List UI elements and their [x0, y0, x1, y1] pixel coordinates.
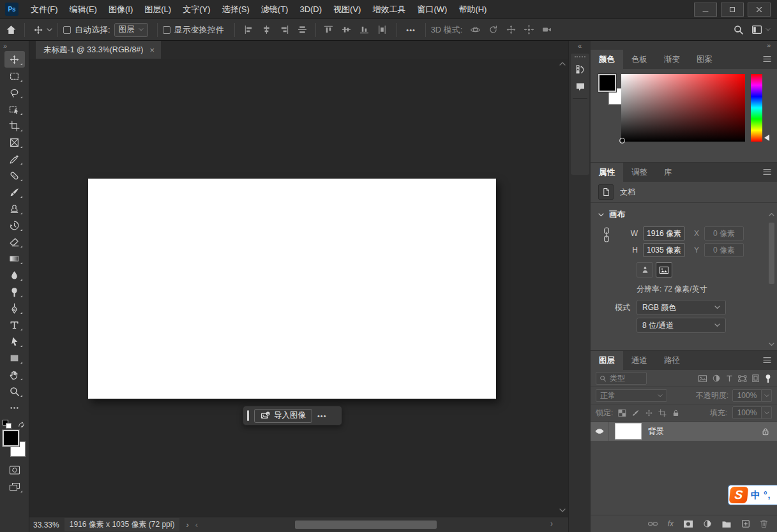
zoom-level-value[interactable]: 33.33% [33, 521, 59, 529]
layer-filter-dropdown[interactable]: 类型 [596, 372, 647, 385]
path-selection-tool[interactable] [4, 333, 25, 350]
filter-pixel-layers-icon[interactable] [698, 374, 707, 383]
x-input[interactable]: 0 像素 [704, 226, 744, 240]
group-icon[interactable] [721, 520, 732, 528]
filter-type-layers-icon[interactable] [725, 374, 734, 383]
filter-smart-objects-icon[interactable] [751, 374, 760, 383]
show-transform-checkbox[interactable] [163, 26, 170, 34]
menu-image[interactable]: 图像(I) [103, 0, 139, 19]
dock-grip-handle[interactable] [575, 56, 585, 57]
3d-pan-icon[interactable] [503, 22, 518, 38]
taskbar-grip-handle[interactable] [247, 410, 249, 421]
lasso-tool[interactable] [4, 84, 25, 101]
eyedropper-tool[interactable] [4, 151, 25, 167]
clone-stamp-tool[interactable] [4, 200, 25, 217]
menu-view[interactable]: 视图(V) [328, 0, 366, 19]
hue-slider[interactable] [751, 74, 762, 142]
filter-toggle-pin[interactable] [764, 374, 772, 383]
menu-help[interactable]: 帮助(H) [453, 0, 492, 19]
filter-adjustment-layers-icon[interactable] [712, 374, 721, 383]
comments-panel-icon[interactable] [571, 78, 589, 94]
history-brush-tool[interactable] [4, 217, 25, 233]
more-options-icon[interactable]: ••• [404, 22, 419, 38]
menu-edit[interactable]: 编辑(E) [64, 0, 103, 19]
align-right-icon[interactable] [277, 22, 292, 38]
menu-select[interactable]: 选择(S) [216, 0, 255, 19]
menu-window[interactable]: 窗口(W) [411, 0, 453, 19]
sogou-logo-icon[interactable]: S [729, 487, 749, 503]
tab-swatches[interactable]: 色板 [623, 50, 656, 69]
orientation-landscape-button[interactable] [656, 262, 672, 277]
height-input[interactable]: 1035 像素 [643, 243, 685, 257]
tab-gradients[interactable]: 渐变 [656, 50, 688, 69]
align-bottom-icon[interactable] [357, 22, 372, 38]
layer-visibility-eye-icon[interactable] [591, 422, 608, 441]
auto-select-dropdown[interactable]: 图层 [114, 23, 148, 37]
align-center-h-icon[interactable] [259, 22, 275, 38]
move-tool-option-icon[interactable] [30, 22, 47, 38]
dodge-tool[interactable] [4, 283, 25, 300]
fx-icon[interactable]: fx [668, 519, 674, 528]
panel-collapse-chevron[interactable]: » [591, 41, 777, 50]
default-colors-icon[interactable] [3, 420, 11, 429]
saturation-brightness-field[interactable] [621, 74, 745, 142]
gradient-tool[interactable] [4, 250, 25, 267]
dock-expand-chevron[interactable]: « [569, 41, 591, 51]
hscroll-left-arrow[interactable]: ‹ [195, 520, 198, 529]
distribute-v-icon[interactable] [295, 22, 310, 38]
canvas-viewport[interactable]: 导入图像 ••• [29, 59, 568, 517]
3d-orbit-icon[interactable] [467, 22, 483, 38]
workspace-switcher[interactable] [751, 25, 771, 34]
lock-pixels-icon[interactable] [631, 409, 640, 417]
horizontal-scrollbar-thumb[interactable] [295, 521, 437, 529]
foreground-color-mini-swatch[interactable] [598, 74, 616, 92]
3d-roll-icon[interactable] [485, 22, 501, 38]
ime-punctuation-icon[interactable]: °, [764, 490, 771, 500]
filter-shape-layers-icon[interactable] [738, 374, 747, 383]
menu-layer[interactable]: 图层(L) [139, 0, 177, 19]
color-panel-menu-icon[interactable] [762, 55, 772, 63]
quick-mask-button[interactable] [4, 462, 25, 478]
type-tool[interactable] [4, 316, 25, 333]
opacity-input[interactable]: 100% [732, 389, 762, 402]
tab-adjustments[interactable]: 调整 [623, 163, 656, 182]
lock-artboard-icon[interactable] [658, 409, 667, 417]
object-selection-tool[interactable] [4, 101, 25, 117]
toolbar-expand-chevron[interactable]: » [0, 41, 29, 51]
menu-filter[interactable]: 滤镜(T) [255, 0, 294, 19]
spot-healing-brush-tool[interactable] [4, 167, 25, 184]
tab-layers[interactable]: 图层 [591, 351, 623, 370]
ime-mode-chinese[interactable]: 中 [751, 489, 760, 501]
lock-position-icon[interactable] [645, 409, 653, 417]
move-tool[interactable] [4, 51, 25, 68]
home-icon[interactable] [3, 22, 19, 38]
hand-tool[interactable] [4, 366, 25, 383]
minimize-button[interactable] [694, 3, 717, 17]
color-mode-dropdown[interactable]: RGB 颜色 [637, 300, 726, 315]
menu-plugins[interactable]: 增效工具 [366, 0, 411, 19]
lock-transparency-icon[interactable] [618, 409, 626, 417]
crop-tool[interactable] [4, 117, 25, 134]
tab-patterns[interactable]: 图案 [688, 50, 721, 69]
properties-scrollbar[interactable] [768, 212, 776, 346]
history-panel-icon[interactable] [571, 61, 589, 78]
properties-panel-menu-icon[interactable] [762, 168, 772, 176]
close-button[interactable] [748, 3, 771, 17]
brush-tool[interactable] [4, 184, 25, 200]
foreground-color-swatch[interactable] [3, 430, 19, 447]
taskbar-more-button[interactable]: ••• [317, 412, 327, 420]
align-middle-icon[interactable] [339, 22, 354, 38]
frame-tool[interactable] [4, 134, 25, 151]
rectangle-tool[interactable] [4, 350, 25, 366]
3d-slide-icon[interactable] [521, 22, 536, 38]
edit-toolbar-button[interactable] [4, 399, 25, 416]
auto-select-checkbox[interactable] [63, 26, 71, 34]
blur-tool[interactable] [4, 267, 25, 283]
zoom-tool[interactable] [4, 383, 25, 399]
document-canvas[interactable] [88, 179, 496, 399]
properties-scrollbar-thumb[interactable] [769, 223, 774, 284]
maximize-button[interactable] [721, 3, 744, 17]
fill-dropdown-chevron[interactable] [762, 406, 772, 419]
new-layer-icon[interactable] [741, 519, 750, 528]
link-dimensions-icon[interactable] [602, 226, 611, 243]
